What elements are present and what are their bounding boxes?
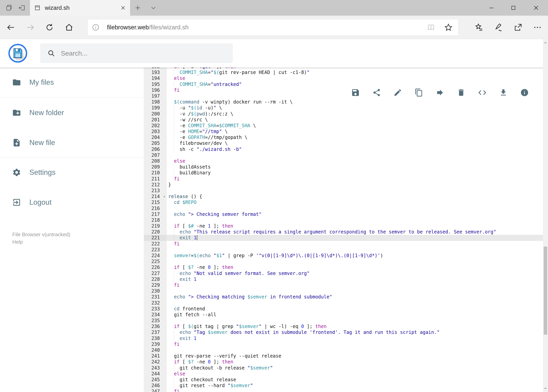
code-line[interactable]: 200 -v /$(pwd):/src:z \: [144, 111, 543, 117]
code-line[interactable]: 219 if [ $# -ne 1 ]; then: [144, 223, 543, 229]
reading-view-icon[interactable]: [427, 23, 435, 32]
code-line-text[interactable]: sh -c "./wizard.sh -b": [166, 146, 543, 152]
back-icon[interactable]: [4, 21, 18, 34]
site-info-icon[interactable]: [91, 23, 100, 32]
code-line[interactable]: 235: [144, 318, 543, 323]
code-line[interactable]: 221 exit 1: [144, 235, 543, 241]
code-line-text[interactable]: if [ $# -ne 1 ]; then: [166, 223, 543, 229]
code-line[interactable]: 215 cd $REPO: [144, 199, 543, 205]
refresh-icon[interactable]: [43, 21, 56, 34]
code-line-text[interactable]: -e COMMIT_SHA=$COMMIT_SHA \: [166, 123, 543, 129]
code-line[interactable]: 246 git reset --hard "$semver": [144, 383, 543, 388]
code-line[interactable]: 208 else: [144, 158, 543, 164]
code-line[interactable]: 210 buildBinary: [144, 170, 543, 176]
sidebar-item-new-file[interactable]: New file: [0, 135, 144, 151]
code-line-text[interactable]: else: [166, 371, 543, 377]
info-icon[interactable]: [517, 85, 532, 100]
address-bar[interactable]: filebrowser.web/files/wizard.sh: [87, 19, 458, 36]
copy-icon[interactable]: [411, 85, 426, 100]
code-line[interactable]: 245 git checkout release: [144, 377, 543, 383]
code-line[interactable]: 216: [144, 205, 543, 211]
code-line[interactable]: 193 COMMIT_SHA="$(git rev-parse HEAD | c…: [144, 70, 543, 75]
new-tab-icon[interactable]: [132, 0, 144, 16]
tab-list-chevron-icon[interactable]: [147, 0, 160, 16]
code-line[interactable]: 224 semver=$(echo "$1" | grep -P '^v(0|[…: [144, 253, 543, 259]
code-line[interactable]: 204 -e GOPATH=//tmp/gopath \: [144, 134, 543, 140]
save-icon[interactable]: [348, 85, 363, 100]
code-line-text[interactable]: [166, 188, 543, 194]
sidebar-item-new-folder[interactable]: New folder: [0, 105, 144, 121]
share-page-icon[interactable]: [511, 21, 525, 34]
forward-icon[interactable]: [23, 21, 37, 34]
code-line[interactable]: 247 fi: [144, 388, 543, 392]
code-line-text[interactable]: release () {: [166, 194, 543, 199]
code-line-text[interactable]: if [ -d ".git" ]; then: [166, 68, 543, 70]
code-line[interactable]: 231 echo "> Checking matching $semver in…: [144, 294, 543, 300]
window-close-icon[interactable]: [527, 0, 545, 16]
help-link[interactable]: Help: [12, 239, 23, 245]
move-icon[interactable]: [433, 85, 447, 100]
code-line[interactable]: 206 sh -c "./wizard.sh -b": [144, 146, 543, 152]
filebrowser-logo[interactable]: [8, 44, 27, 63]
code-line-text[interactable]: git checkout -b release "$semver": [166, 365, 543, 371]
code-line-text[interactable]: buildBinary: [166, 170, 543, 176]
code-line[interactable]: 192 if [ -d ".git" ]; then: [144, 68, 543, 70]
code-line[interactable]: 236 if [ $(git tag | grep "$semver" | wc…: [144, 323, 543, 329]
code-line[interactable]: 242 if [ $? -ne 0 ]; then: [144, 359, 543, 365]
code-line[interactable]: 244 else: [144, 371, 543, 377]
code-line-text[interactable]: [166, 347, 543, 353]
code-line-text[interactable]: COMMIT_SHA="$(git rev-parse HEAD | cut -…: [166, 70, 543, 75]
code-line-text[interactable]: cd frontend: [166, 306, 543, 312]
code-line-text[interactable]: }: [166, 182, 543, 188]
search-input[interactable]: [61, 49, 233, 57]
hub-favorites-icon[interactable]: [472, 21, 486, 34]
sidebar-item-my-files[interactable]: My files: [0, 74, 144, 91]
code-line-text[interactable]: fi: [166, 241, 543, 247]
code-line-text[interactable]: echo "Not valid semver format. See semve…: [166, 271, 543, 276]
code-line[interactable]: 212}: [144, 182, 543, 188]
code-line-text[interactable]: [166, 205, 543, 211]
code-line-text[interactable]: -w //src \: [166, 117, 543, 123]
browser-tab[interactable]: wizard.sh: [30, 0, 130, 16]
code-line-text[interactable]: else: [166, 75, 543, 81]
code-icon[interactable]: [475, 85, 490, 100]
code-line-text[interactable]: fi: [166, 282, 543, 288]
set-tabs-aside-icon[interactable]: [16, 0, 28, 16]
window-minimize-icon[interactable]: [483, 0, 500, 16]
code-line[interactable]: 214▾release () {: [144, 194, 543, 199]
code-line[interactable]: 222 fi: [144, 241, 543, 247]
code-line-text[interactable]: else: [166, 158, 543, 164]
code-line[interactable]: 227 echo "Not valid semver format. See s…: [144, 271, 543, 276]
code-line[interactable]: 240: [144, 347, 543, 353]
code-line-text[interactable]: [166, 259, 543, 264]
url-text[interactable]: filebrowser.web/files/wizard.sh: [107, 24, 189, 31]
code-line[interactable]: 237 echo "Tag $semver does not exist in …: [144, 329, 543, 335]
code-line-text[interactable]: echo "> Checking matching $semver in fro…: [166, 294, 543, 300]
code-line[interactable]: 243 git checkout -b release "$semver": [144, 365, 543, 371]
code-line[interactable]: 233 cd frontend: [144, 306, 543, 312]
sidebar-item-logout[interactable]: Logout: [0, 194, 144, 210]
code-line[interactable]: 199 -u "$(id -u)" \: [144, 105, 543, 111]
code-line-text[interactable]: fi: [166, 176, 543, 182]
code-line[interactable]: 238 exit 1: [144, 336, 543, 341]
code-line[interactable]: 202 -e COMMIT_SHA=$COMMIT_SHA \: [144, 123, 543, 129]
code-line-text[interactable]: cd $REPO: [166, 199, 543, 205]
code-line[interactable]: 232: [144, 300, 543, 306]
code-line[interactable]: 239 fi: [144, 341, 543, 347]
code-line[interactable]: 205 filebrowser/dev \: [144, 140, 543, 146]
code-line[interactable]: 230: [144, 288, 543, 294]
code-line-text[interactable]: -v /$(pwd):/src:z \: [166, 111, 543, 117]
code-line[interactable]: 226 if [ $? -ne 0 ]; then: [144, 264, 543, 270]
code-line[interactable]: 228 exit 1: [144, 276, 543, 282]
code-line-text[interactable]: [166, 217, 543, 223]
code-line-text[interactable]: [166, 318, 543, 323]
search-bar[interactable]: [40, 43, 233, 63]
more-menu-icon[interactable]: [531, 21, 544, 34]
code-line[interactable]: 213: [144, 188, 543, 194]
code-line-text[interactable]: if [ $(git tag | grep "$semver" | wc -l)…: [166, 323, 543, 329]
code-line[interactable]: 211 fi: [144, 176, 543, 182]
fold-arrow-icon[interactable]: ▾: [163, 194, 165, 199]
code-line-text[interactable]: -e GOPATH=//tmp/gopath \: [166, 134, 543, 140]
home-icon[interactable]: [62, 21, 76, 34]
code-line-text[interactable]: -u "$(id -u)" \: [166, 105, 543, 111]
